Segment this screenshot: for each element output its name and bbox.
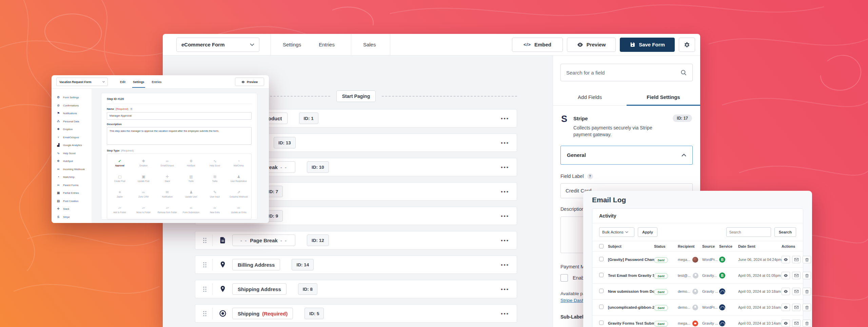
step-description-textarea[interactable]: This step asks the manager to approve th… [107,127,252,145]
preview-button[interactable]: Preview [567,38,616,52]
email-subject[interactable]: New submission from Donatio... [608,289,654,293]
tab-add-fields[interactable]: Add Fields [553,88,627,105]
settings-nav-item[interactable]: ▦ Partial Entries [56,189,92,197]
drag-handle-icon[interactable] [203,286,207,292]
resend-email-button[interactable] [792,256,801,263]
save-form-button[interactable]: Save Form [620,38,675,52]
delete-email-button[interactable] [803,320,811,327]
log-search-button[interactable]: Search [774,227,796,237]
field-menu-button[interactable]: ••• [501,213,509,219]
email-log-row[interactable]: [Gravity] Password Changed Sent mega... … [592,252,803,268]
field-row[interactable]: Billing Address ID: 14 ••• [195,256,517,274]
general-section-header[interactable]: General [560,146,693,165]
settings-nav-item[interactable]: ⁂ Personal Data [56,118,92,126]
tab-edit[interactable]: Edit [120,76,125,88]
email-log-row[interactable]: New submission from Donatio... Sent demo… [592,284,803,300]
row-checkbox[interactable] [599,289,604,293]
preview-button[interactable]: Preview [235,78,264,86]
email-subject[interactable]: Gravity Forms Test Submissio... [608,321,654,325]
apply-button[interactable]: Apply [638,227,657,237]
resend-email-button[interactable] [792,288,801,295]
delete-email-button[interactable] [803,304,811,311]
row-checkbox[interactable] [599,321,604,325]
tab-settings[interactable]: Settings [133,76,144,88]
resend-email-button[interactable] [792,272,801,279]
email-log-row[interactable]: Gravity Forms Test Submissio... Sent meg… [592,315,803,327]
email-subject[interactable]: Test Email from Gravity SMTP [608,273,654,278]
tab-entries[interactable]: Entries [319,42,335,47]
step-name-input[interactable] [107,112,252,120]
field-search[interactable] [560,64,693,81]
settings-nav-item[interactable]: S Stripe [56,213,92,221]
resend-email-button[interactable] [792,320,801,327]
field-menu-button[interactable]: ••• [501,164,509,170]
settings-nav-item[interactable]: ∿ Help Scout [56,149,92,158]
step-type-tile[interactable]: ∞ Zoho CRM [132,186,155,202]
bulk-actions-select[interactable]: Bulk Actions [599,227,634,237]
email-log-row[interactable]: Test Email from Gravity SMTP Sent test@.… [592,268,803,284]
enable-payment-checkbox[interactable] [560,274,568,282]
help-icon[interactable]: ? [130,107,133,110]
form-switcher-dropdown[interactable]: eCommerce Form [176,38,259,52]
field-row[interactable]: Shipping(Required) ID: 5 ••• [195,304,517,323]
field-menu-button[interactable]: ••• [501,311,509,316]
step-type-tile[interactable]: ▱ Remove from Folder [155,202,179,218]
row-checkbox[interactable] [599,273,604,277]
step-type-tile[interactable]: ✉ Notification [155,186,179,202]
step-type-tile[interactable]: ✛ Slack [155,171,179,186]
field-menu-button[interactable]: ••• [501,189,509,195]
step-type-tile[interactable]: ▱ Add to Folder [108,202,132,218]
step-type-tile[interactable]: ▢ Create Post [108,171,132,186]
settings-nav-item[interactable]: ✲ HubSpot [56,157,92,165]
settings-nav-item[interactable]: ∞ Parent Forms [56,181,92,189]
step-type-tile[interactable]: ∞ New Entry [203,202,227,218]
settings-nav-item[interactable]: ▟ Google Analytics [56,141,92,149]
view-email-button[interactable] [782,272,790,279]
field-menu-button[interactable]: ••• [501,286,509,292]
field-search-input[interactable] [566,70,680,76]
field-menu-button[interactable]: ••• [501,262,509,268]
step-type-tile[interactable]: ∞ Update an Entry [227,202,251,218]
tab-field-settings[interactable]: Field Settings [627,88,700,105]
email-log-row[interactable]: [uncomplicated-gibbon-2b44... Sent demo.… [592,300,803,315]
view-email-button[interactable] [782,288,790,295]
drag-handle-icon[interactable] [203,310,207,317]
step-type-tile[interactable]: ▱ Move to Folder [132,202,155,218]
settings-nav-item[interactable]: ◔ Mailchimp [56,173,92,181]
log-search-input[interactable] [726,227,771,237]
step-type-tile[interactable]: ▥ Trello [179,171,203,186]
settings-nav-item[interactable]: ∞ Incoming Webhook [56,165,92,173]
step-type-tile[interactable]: ✎ User Input [203,186,227,202]
select-all-checkbox[interactable] [599,244,604,248]
embed-button[interactable]: </> Embed [512,38,563,52]
field-menu-button[interactable]: ••• [501,238,509,243]
step-type-tile[interactable]: ◔ MailChimp [227,155,251,171]
delete-email-button[interactable] [803,288,811,295]
step-type-tile[interactable]: ⇗ Outgoing Webhook [227,186,251,202]
resend-email-button[interactable] [792,304,801,311]
step-type-tile[interactable]: ∿ Help Scout [203,155,227,171]
step-type-tile[interactable]: ✳ Zapier [108,186,132,202]
step-type-tile[interactable]: ∞ Form Submission [179,202,203,218]
help-icon[interactable]: ? [587,173,593,179]
settings-nav-item[interactable]: ▤ Post Creation [56,197,92,205]
step-type-tile[interactable]: ∞ EmailOctopus [155,155,179,171]
email-subject[interactable]: [Gravity] Password Changed [608,258,654,262]
field-menu-button[interactable]: ••• [501,140,509,146]
field-row[interactable]: Shipping Address ID: 8 ••• [195,280,517,298]
view-email-button[interactable] [782,304,790,311]
delete-email-button[interactable] [803,256,811,263]
settings-nav-item[interactable]: ✛ Slack [56,205,92,213]
step-type-tile[interactable]: ✲ HubSpot [179,155,203,171]
row-checkbox[interactable] [599,305,604,309]
step-type-tile[interactable]: ⊞ Twilio [203,171,227,186]
field-row[interactable]: - -Page Break- - ID: 12 ••• [195,231,517,249]
email-subject[interactable]: [uncomplicated-gibbon-2b44... [608,305,654,309]
field-menu-button[interactable]: ••• [501,116,509,121]
drag-handle-icon[interactable] [203,237,207,244]
step-type-tile[interactable]: ♟ Update User [179,186,203,202]
step-type-tile[interactable]: ♟ User Registration [227,171,251,186]
row-checkbox[interactable] [599,257,604,261]
tab-entries[interactable]: Entries [152,76,162,88]
tab-settings[interactable]: Settings [283,42,301,47]
